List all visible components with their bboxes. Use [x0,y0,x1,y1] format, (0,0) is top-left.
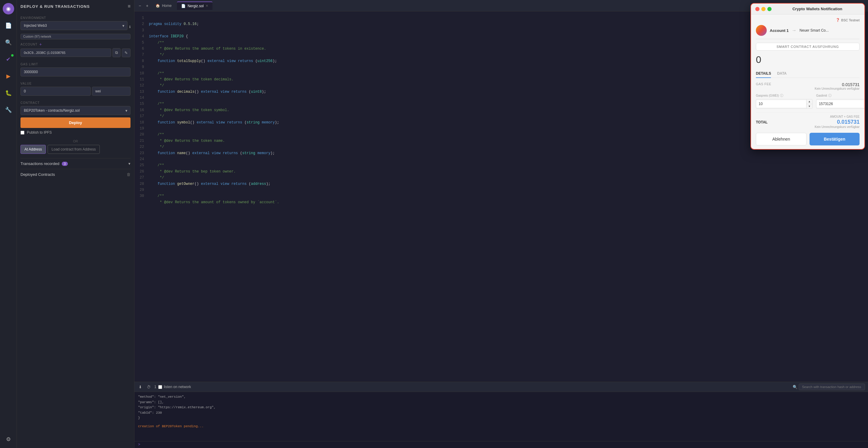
gaspreis-field: Gaspreis (GWEI) ⓘ ▲ ▼ [756,93,812,109]
gas-fee-values: 0.015731 Kein Umrechnungskurs verfügbar [815,82,860,90]
gas-fee-row: GAS FEE 0.015731 Kein Umrechnungskurs ve… [756,82,860,90]
gaspreis-input-wrapper: ▲ ▼ [756,99,812,109]
confirm-button[interactable]: Bestätigen [809,133,860,145]
sidebar-item-settings[interactable]: ⚙ [3,434,14,445]
panel-menu-icon[interactable]: ≡ [128,4,130,9]
zoom-out-icon[interactable]: − [137,2,143,9]
gaspreis-label: Gaspreis (GWEI) ⓘ [756,93,812,98]
account-copy-button[interactable]: ⧉ [113,48,121,57]
deployed-contracts-row[interactable]: Deployed Contracts 🗑 [21,169,130,180]
transactions-recorded-row[interactable]: Transactions recorded 3 ▾ [21,158,130,169]
sidebar-item-source-control[interactable]: ✔ [3,54,14,65]
console-search-input[interactable] [799,384,865,390]
account-select[interactable]: 0x3C9...2038C (1.01508765 [21,48,111,57]
account-label: ACCOUNT [21,43,37,46]
tab-nergiz-label: Nergiz.sol [187,4,204,8]
at-address-row: At Address Load contract from Address [21,145,130,154]
tab-home[interactable]: 🏠 Home [151,2,176,10]
traffic-lights [755,7,772,11]
publish-ipfs-label: Publish to IPFS [27,130,52,135]
tab-nergiz-sol[interactable]: 📄 Nergiz.sol ✕ [177,1,212,10]
console-line: "method": "net_version", [138,394,864,400]
zoom-in-icon[interactable]: + [144,2,150,9]
left-panel: DEPLOY & RUN TRANSACTIONS ≡ ENVIRONMENT … [17,0,134,448]
contract-label: CONTRACT [21,101,130,104]
tab-data[interactable]: DATA [777,70,786,78]
transactions-expand-icon[interactable]: ▾ [128,161,130,166]
console-pending-line: creation of BEP20Token pending... [138,424,864,429]
gas-limit-input[interactable] [21,67,130,76]
tab-nergiz-close[interactable]: ✕ [206,4,208,8]
console-down-icon[interactable]: ⬇ [137,384,143,390]
gas-inputs-row: Gaspreis (GWEI) ⓘ ▲ ▼ Gaslimit ⓘ [756,93,860,109]
sidebar-item-search[interactable]: 🔍 [3,37,14,48]
environment-info-icon: ℹ [129,25,130,29]
notification-title: Crypto Wallets Notification [775,7,860,11]
traffic-light-maximize[interactable] [767,7,772,11]
amount-value: 0 [756,54,860,65]
traffic-light-minimize[interactable] [761,7,766,11]
sidebar-item-deploy[interactable]: ▶ [3,70,14,82]
gaslimit-info-icon: ⓘ [828,93,832,98]
publish-ipfs-row: Publish to IPFS [21,130,130,135]
load-contract-button[interactable]: Load contract from Address [48,145,100,154]
console-line: } [138,415,864,421]
gaslimit-label: Gaslimit ⓘ [816,93,865,98]
network-badge: Custom (97) network [21,34,130,39]
or-divider: OR [21,139,130,143]
gaslimit-input-wrapper: ▲ ▼ [816,99,865,109]
gaslimit-input[interactable] [816,100,865,107]
gaspreis-info-icon: ⓘ [780,93,783,98]
cancel-button[interactable]: Ablehnen [756,133,807,145]
listen-count: 1 [154,385,156,389]
console-search: 🔍 [793,384,865,390]
listen-checkbox[interactable] [158,385,162,389]
contract-name: Neuer Smart Co... [800,28,829,33]
total-section: AMOUNT + GAS FEE TOTAL 0.015731 Kein Umr… [756,112,860,129]
account-input-row: 0x3C9...2038C (1.01508765 ⧉ ✎ [21,48,130,57]
tab-home-label: Home [162,4,172,8]
console-clock-icon[interactable]: ⏱ [146,384,152,390]
sidebar-item-file-explorer[interactable]: 📄 [3,20,14,31]
total-row: TOTAL 0.015731 [756,119,860,125]
notification-account-row: Account 1 → Neuer Smart Co... [756,25,860,39]
gaspreis-down[interactable]: ▼ [807,104,812,109]
panel-header: DEPLOY & RUN TRANSACTIONS ≡ [21,4,130,9]
account-arrow-icon: → [792,28,797,33]
tab-details[interactable]: DETAILS [756,70,771,78]
console-search-icon: 🔍 [793,385,798,389]
value-unit-select[interactable]: wei [92,87,130,96]
contract-select[interactable]: BEP20Token - contracts/Nergiz.sol [21,106,130,115]
total-sub: Kein Umrechnungskurs verfügbar [756,125,860,129]
environment-select[interactable]: Injected Web3 [21,21,127,30]
transactions-recorded-label: Transactions recorded [21,161,59,166]
deploy-button[interactable]: Deploy [21,117,130,128]
gaspreis-stepper: ▲ ▼ [806,99,812,108]
sidebar-item-debug[interactable]: 🐛 [3,87,14,99]
total-label: AMOUNT + GAS FEE [756,115,860,118]
notification-window: Crypto Wallets Notification ❓ BSC Testne… [750,3,865,150]
gaslimit-field: Gaslimit ⓘ ▲ ▼ [816,93,865,109]
panel-title: DEPLOY & RUN TRANSACTIONS [21,4,90,9]
gaspreis-up[interactable]: ▲ [807,99,812,104]
console-line: "tabId": 230 [138,410,864,416]
sidebar-item-extensions[interactable]: 🔧 [3,104,14,115]
account-edit-button[interactable]: ✎ [122,48,130,57]
contract-badge: SMART CONTRACT AUSFÜHRUNG [756,43,860,50]
app-logo: ◉ [3,3,14,14]
console-area: ⬇ ⏱ 1 listen on network 🔍 "method": "net… [134,382,868,448]
console-toolbar: ⬇ ⏱ 1 listen on network 🔍 [134,382,868,392]
traffic-light-close[interactable] [755,7,760,11]
publish-ipfs-checkbox[interactable] [21,131,24,135]
gaspreis-input[interactable] [756,100,806,107]
account-add-icon[interactable]: + [39,42,41,47]
line-numbers: 1234567891011121314151617181920212223242… [134,11,147,382]
console-prompt[interactable]: > [134,441,868,448]
gas-fee-value: 0.015731 [815,82,860,87]
transactions-badge: 3 [62,162,68,166]
tab-nergiz-icon: 📄 [181,4,186,8]
value-input[interactable] [21,87,91,96]
at-address-button[interactable]: At Address [21,145,46,154]
deployed-contracts-delete-icon[interactable]: 🗑 [127,172,130,177]
value-label: VALUE [21,82,130,85]
